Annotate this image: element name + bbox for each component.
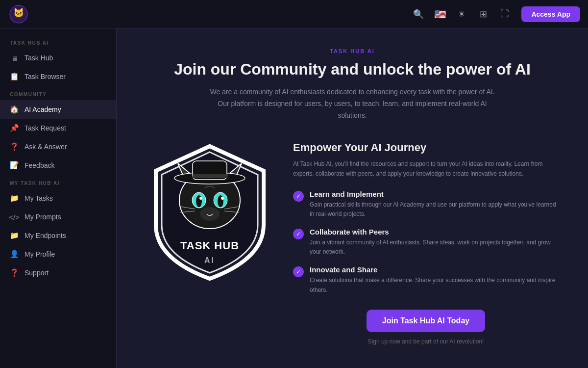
sidebar-item-support[interactable]: ❓ Support [0, 263, 116, 282]
sidebar-item-taskhub[interactable]: 🖥 Task Hub [0, 49, 116, 67]
empower-desc: At Task Hub AI, you'll find the resource… [293, 159, 559, 179]
sidebar-label-taskhub: Task Hub [24, 54, 53, 62]
sidebar-label-feedback: Feedback [24, 161, 54, 169]
sidebar-label-taskrequest: Task Request [24, 124, 66, 132]
sidebar-label-myprofile: My Profile [24, 250, 55, 258]
feature-title-collaborate: Collaborate with Peers [310, 228, 559, 236]
myprompts-icon: </> [10, 212, 19, 221]
sidebar-item-taskbrowser[interactable]: 📋 Task Browser [0, 67, 116, 86]
taskhub-badge-logo: TASK HUB AI [146, 141, 273, 284]
feature-content-innovate: Innovate and Share Create solutions that… [310, 265, 559, 294]
search-button[interactable]: 🔍 [410, 5, 427, 23]
feature-desc-innovate: Create solutions that make a difference.… [310, 276, 559, 294]
feature-item-collaborate: ✓ Collaborate with Peers Join a vibrant … [293, 228, 559, 257]
topnav-icons: 🔍 🇺🇸 ☀ ⊞ ⛶ Access App [410, 5, 580, 23]
feature-title-learn: Learn and Implement [310, 190, 559, 198]
hero-description: We are a community of AI enthusiasts ded… [205, 86, 499, 121]
sidebar-label-taskbrowser: Task Browser [24, 73, 66, 80]
svg-rect-9 [193, 174, 227, 178]
content-grid: TASK HUB AI Empower Your AI Journey At T… [146, 141, 559, 345]
sidebar-label-support: Support [24, 269, 49, 277]
feature-check-innovate: ✓ [293, 266, 304, 277]
sidebar-item-aiacademy[interactable]: 🏠 AI Academy [0, 100, 116, 119]
sidebar-label-myprompts: My Prompts [24, 213, 61, 221]
sidebar-item-askanswer[interactable]: ❓ Ask & Answer [0, 137, 116, 156]
join-cta-button[interactable]: Join Task Hub AI Today [367, 310, 485, 332]
sidebar-item-taskrequest[interactable]: 📌 Task Request [0, 119, 116, 137]
svg-text:🐱: 🐱 [13, 7, 24, 18]
hero-section: TASK HUB AI Join our Community and unloc… [146, 48, 559, 122]
svg-text:AI: AI [204, 256, 215, 264]
sidebar-label-aiacademy: AI Academy [24, 105, 61, 113]
sidebar-section-community: COMMUNITY [0, 86, 116, 100]
logo: 🐱 [8, 3, 29, 25]
grid-view-button[interactable]: ⊞ [474, 5, 492, 23]
topnav: 🐱 🔍 🇺🇸 ☀ ⊞ ⛶ Access App [0, 0, 588, 28]
sidebar: TASK HUB AI 🖥 Task Hub 📋 Task Browser CO… [0, 28, 117, 368]
feedback-icon: 📝 [10, 161, 19, 170]
sidebar-item-myprompts[interactable]: </> My Prompts [0, 208, 116, 226]
sidebar-item-myprofile[interactable]: 👤 My Profile [0, 245, 116, 263]
feature-check-collaborate: ✓ [293, 229, 304, 239]
features-area: Empower Your AI Journey At Task Hub AI, … [293, 141, 559, 345]
sidebar-section-taskhubai: TASK HUB AI [0, 34, 116, 49]
taskbrowser-icon: 📋 [10, 72, 19, 81]
myendpoints-icon: 📁 [10, 231, 19, 240]
theme-toggle-button[interactable]: ☀ [453, 5, 470, 23]
sidebar-section-mytaskhubai: MY TASK HUB AI [0, 175, 116, 189]
svg-text:TASK HUB: TASK HUB [180, 239, 239, 252]
expand-button[interactable]: ⛶ [496, 5, 514, 23]
sidebar-item-feedback[interactable]: 📝 Feedback [0, 156, 116, 175]
logo-area: TASK HUB AI [146, 141, 273, 284]
feature-desc-learn: Gain practical skills through our AI Aca… [310, 200, 559, 219]
feature-content-collaborate: Collaborate with Peers Join a vibrant co… [310, 228, 559, 257]
cta-subtitle: Sign up now and be part of our AI revolu… [293, 338, 559, 345]
svg-point-15 [221, 197, 224, 200]
myprofile-icon: 👤 [10, 250, 19, 259]
aiacademy-icon: 🏠 [10, 105, 19, 114]
access-app-button[interactable]: Access App [521, 6, 580, 22]
svg-point-21 [200, 207, 220, 221]
taskrequest-icon: 📌 [10, 124, 19, 132]
askanswer-icon: ❓ [10, 142, 19, 151]
sidebar-item-myendpoints[interactable]: 📁 My Endpoints [0, 226, 116, 245]
feature-content-learn: Learn and Implement Gain practical skill… [310, 190, 559, 219]
support-icon: ❓ [10, 268, 19, 277]
feature-item-innovate: ✓ Innovate and Share Create solutions th… [293, 265, 559, 294]
hero-tag: TASK HUB AI [146, 48, 559, 54]
sidebar-label-askanswer: Ask & Answer [24, 143, 67, 151]
sidebar-item-mytasks[interactable]: 📁 My Tasks [0, 189, 116, 208]
taskhub-icon: 🖥 [10, 53, 19, 62]
mytasks-icon: 📁 [10, 194, 19, 203]
feature-desc-collaborate: Join a vibrant community of AI enthusias… [310, 238, 559, 257]
empower-title: Empower Your AI Journey [293, 141, 559, 154]
sidebar-label-mytasks: My Tasks [24, 194, 53, 202]
main-content: TASK HUB AI Join our Community and unloc… [117, 28, 588, 368]
hero-title: Join our Community and unlock the power … [146, 60, 559, 79]
sidebar-label-myendpoints: My Endpoints [24, 232, 66, 239]
svg-point-14 [199, 197, 202, 200]
feature-check-learn: ✓ [293, 191, 304, 202]
language-selector[interactable]: 🇺🇸 [431, 5, 449, 23]
feature-title-innovate: Innovate and Share [310, 265, 559, 274]
feature-item-learn: ✓ Learn and Implement Gain practical ski… [293, 190, 559, 219]
cta-section: Join Task Hub AI Today Sign up now and b… [293, 310, 559, 345]
